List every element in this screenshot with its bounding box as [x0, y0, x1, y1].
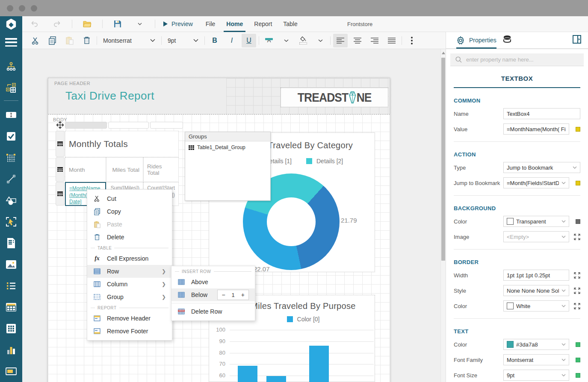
save-button[interactable] — [110, 17, 125, 31]
fill-color-button[interactable] — [296, 34, 310, 47]
undo-button[interactable] — [27, 17, 42, 31]
font-family-select[interactable]: Montserrat — [100, 37, 159, 44]
bar[interactable] — [266, 376, 286, 382]
scrollbar-up-icon[interactable] — [442, 52, 445, 54]
sidebar-item-pointer[interactable] — [0, 211, 22, 232]
design-canvas[interactable]: PAGE HEADER Taxi Drive Report TREADSTNE … — [22, 49, 440, 382]
fill-color-dropdown[interactable] — [313, 34, 328, 47]
expression-modified-icon[interactable] — [576, 358, 580, 362]
bar[interactable] — [238, 366, 257, 382]
menu-item-delete[interactable]: Delete — [87, 231, 172, 244]
property-search-input[interactable] — [466, 56, 569, 63]
report-title-textbox[interactable]: Taxi Drive Report — [65, 89, 154, 103]
sidebar-item-checkbox[interactable] — [0, 126, 22, 147]
menu-item-copy[interactable]: Copy — [87, 205, 172, 218]
sidebar-item-table[interactable] — [0, 297, 22, 318]
value-input[interactable]: =MonthName(Month( Field — [503, 123, 569, 135]
align-center-button[interactable] — [350, 34, 365, 47]
stepper-plus-button[interactable]: + — [237, 291, 248, 298]
property-search[interactable] — [450, 53, 584, 66]
menu-item-group[interactable]: Group❯ — [87, 291, 172, 303]
text-color-dropdown[interactable] — [279, 34, 293, 47]
column-handle-1[interactable] — [65, 122, 107, 129]
sidebar-item-tablix[interactable] — [0, 147, 22, 168]
row-count-stepper[interactable]: − 1 + — [217, 290, 249, 300]
page-header-section[interactable]: PAGE HEADER Taxi Drive Report TREADSTNE — [48, 78, 390, 115]
row-handle-detail[interactable] — [56, 182, 65, 206]
cut-button[interactable] — [28, 34, 43, 47]
sidebar-item-list[interactable] — [0, 275, 22, 297]
sidebar-item-shapes[interactable] — [0, 190, 22, 211]
tab-table[interactable]: Table — [281, 16, 300, 32]
text-color-button[interactable]: A — [262, 34, 276, 47]
bold-button[interactable]: B — [207, 34, 222, 47]
sidebar-item-richtext[interactable] — [0, 232, 22, 254]
scrollbar-thumb[interactable] — [441, 58, 445, 261]
expand-icon[interactable] — [574, 288, 580, 294]
column-handle-3[interactable] — [150, 122, 183, 129]
copy-button[interactable] — [45, 34, 60, 47]
align-right-button[interactable] — [367, 34, 382, 47]
expression-set-icon[interactable] — [576, 181, 580, 185]
expand-icon[interactable] — [574, 303, 580, 309]
font-size-select[interactable]: 9pt — [164, 37, 202, 44]
sidebar-item-line[interactable] — [0, 168, 22, 190]
tab-report[interactable]: Report — [251, 16, 275, 32]
stepper-value[interactable]: 1 — [229, 292, 237, 298]
expression-modified-icon[interactable] — [576, 342, 580, 347]
text-color-select[interactable]: #3da7a8 — [503, 339, 569, 350]
groups-panel-item[interactable]: Table1_Detail_Group — [185, 141, 270, 153]
align-left-button[interactable] — [333, 34, 348, 47]
canvas-scrollbar[interactable] — [440, 49, 446, 382]
stepper-minus-button[interactable]: − — [218, 291, 229, 298]
submenu-item-above[interactable]: Above — [171, 276, 255, 288]
hamburger-menu-icon[interactable] — [5, 38, 17, 47]
groups-panel[interactable]: Groups Table1_Detail_Group — [185, 132, 271, 201]
sidebar-item-chart[interactable] — [0, 339, 22, 361]
name-input[interactable]: TextBox4 — [503, 108, 580, 119]
delete-button[interactable] — [80, 34, 94, 47]
table-header-rides[interactable]: Rides Total — [143, 157, 179, 182]
window-button-1[interactable] — [7, 5, 13, 12]
logo-image[interactable]: TREADSTNE — [281, 88, 388, 107]
menu-item-cut[interactable]: Cut — [87, 192, 172, 205]
open-button[interactable] — [80, 17, 95, 31]
redo-button[interactable] — [50, 17, 64, 31]
expression-modified-icon[interactable] — [576, 373, 580, 378]
preview-button[interactable]: Preview — [163, 21, 193, 27]
menu-item-row[interactable]: Row❯ — [87, 265, 172, 278]
bar[interactable] — [309, 346, 329, 382]
column-handle-2[interactable] — [108, 122, 149, 129]
expand-icon[interactable] — [574, 272, 580, 279]
tab-file[interactable]: File — [203, 16, 218, 32]
sidebar-item-textbox[interactable] — [0, 104, 22, 126]
row-handle-header[interactable] — [56, 157, 65, 182]
tab-data[interactable] — [502, 35, 512, 45]
collapse-panel-button[interactable] — [573, 35, 581, 45]
sidebar-item-report-hierarchy[interactable] — [0, 56, 22, 77]
window-button-2[interactable] — [19, 5, 25, 12]
expand-icon[interactable] — [574, 234, 580, 240]
move-handle-icon[interactable] — [56, 121, 64, 130]
table-header-month[interactable]: Month — [65, 157, 106, 182]
sidebar-item-inputfield[interactable] — [0, 361, 22, 382]
tab-properties[interactable]: Properties — [456, 32, 496, 49]
menu-item-column[interactable]: Column❯ — [87, 278, 172, 291]
underline-button[interactable]: U — [242, 34, 256, 47]
save-dropdown[interactable] — [133, 17, 147, 31]
menu-item-remove-header[interactable]: Remove Header — [87, 312, 172, 325]
more-options-button[interactable] — [405, 34, 419, 47]
font-family-select-prop[interactable]: Montserrat — [503, 354, 569, 365]
align-justify-button[interactable] — [384, 34, 399, 47]
jump-to-bookmark-select[interactable]: =Month(Fields!StartDa — [503, 177, 569, 188]
menu-item-paste[interactable]: Paste — [87, 218, 172, 231]
sidebar-item-matrix[interactable] — [0, 318, 22, 339]
submenu-item-below[interactable]: Below − 1 + — [171, 288, 255, 301]
border-width-input[interactable]: 1pt 1pt 1pt 0.25pt — [503, 270, 569, 281]
table-title-cell[interactable]: Monthly Totals — [65, 131, 179, 157]
border-color-select[interactable]: White — [503, 300, 569, 311]
italic-button[interactable]: I — [225, 34, 239, 47]
expression-set-icon[interactable] — [576, 127, 580, 132]
table-header-miles[interactable]: Miles Total — [106, 157, 143, 182]
font-size-select-prop[interactable]: 9pt — [503, 370, 569, 381]
